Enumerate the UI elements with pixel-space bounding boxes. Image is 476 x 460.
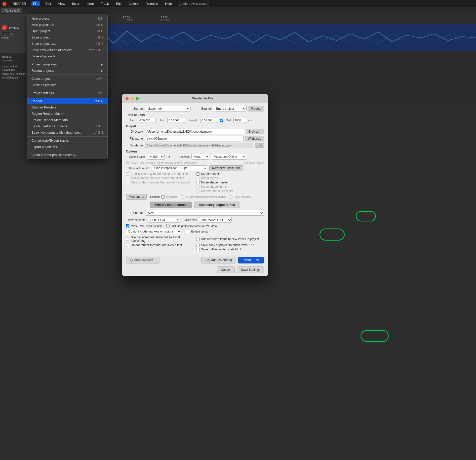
sample-rate-row: Sample rate: 44100 Hz Channel: Mono Full… [126,154,264,160]
embed-metadata-checkbox[interactable] [161,195,165,199]
input-button[interactable]: Input [8,32,15,35]
metadata-button[interactable]: Metadata... [126,194,147,200]
silently-increment-checkbox[interactable] [126,238,129,241]
browse-button[interactable]: Browse... [246,129,264,134]
menu-file[interactable]: File [31,1,40,6]
menu-recent-projects[interactable]: Recent projects [27,67,107,74]
fx-button[interactable]: FX [2,32,7,35]
tail-checkbox[interactable] [220,119,223,122]
do-not-render-silent-checkbox[interactable] [126,244,129,247]
tail-input[interactable] [233,118,246,123]
directory-input[interactable] [145,129,244,134]
menu-window[interactable]: Window [145,1,160,6]
menu-save-new-version[interactable]: Save new version of project ⌥⌃⇧⌘ S [27,47,107,53]
menu-item[interactable]: Item [86,1,95,6]
stretch-markers-checkbox[interactable] [181,195,184,199]
bounds-select[interactable]: Entire project [214,106,247,111]
apple-icon[interactable]: 🍎 [2,1,7,6]
render-file-button[interactable]: Render 1 file [238,257,264,263]
embed-tempo-checkbox[interactable] [186,230,189,233]
menu-edit2[interactable]: Edit [114,1,123,6]
take-markers-checkbox[interactable] [229,195,232,199]
multichannel-checkbox[interactable] [126,177,129,180]
menu-consolidate-export[interactable]: Consolidate/Export tracks... [27,137,107,144]
add-rendered-items-checkbox[interactable] [196,238,200,241]
tracks-mono-label: Tracks with only mono media to mono file… [131,172,188,176]
wav-bit-depth-select[interactable]: 24 bit PCM [148,217,180,223]
include-project-filename-checkbox[interactable] [166,224,170,227]
menu-track[interactable]: Track [99,1,110,6]
menu-region-render-matrix[interactable]: Region Render Matrix [27,110,107,117]
menu-project-templates[interactable]: Project templates [27,61,107,67]
sample-rate-select[interactable]: 44100 [147,154,165,160]
menu-new-project-tab[interactable]: New project tab ⇧⌘ N [27,22,107,28]
menu-save-project[interactable]: Save project ⌘ S [27,34,107,41]
length-input[interactable] [200,118,218,123]
large-files-select[interactable]: Auto WAV/RF64 [199,217,232,223]
render-to-input[interactable] [145,143,253,148]
menu-project-render-metadata[interactable]: Project Render Metadata [27,117,107,123]
dry-run-button[interactable]: Dry Run (no output) [201,257,236,263]
menu-edit[interactable]: Edit [44,1,52,6]
channel-select[interactable]: Mono [191,154,209,160]
write-bwf-checkbox[interactable] [126,224,129,227]
dither-master-row: Dither master [196,172,264,176]
render-stems-prefader-row: Render stems pre-fader [196,189,264,193]
menu-batch-converter[interactable]: Batch File/Item Converter ⇧⌘ F [27,123,107,129]
queued-renders-button[interactable]: Queued Renders... [126,257,160,263]
resample-select[interactable]: Sinc Interpolation: 192pt [152,165,207,171]
start-label: Start: [126,119,136,122]
menu-save-live-output[interactable]: Save live output to disk (bounce)... ⌥⌃⌘… [27,129,107,136]
format-select[interactable]: WAV [145,210,264,216]
menu-export-midi[interactable]: Export project MIDI... [27,144,107,150]
use-project-sample-rate-checkbox[interactable] [126,161,129,164]
menu-render[interactable]: Render... ⌃⇧⌘ R [27,98,107,104]
menu-project-settings[interactable]: Project settings... ⌥↩ [27,90,107,96]
noise-shape-stems-label: Noise shape stems [201,185,227,188]
menu-close-project[interactable]: Close project ⌘ F4 [27,75,107,82]
save-outfile-stats-checkbox[interactable] [196,248,200,251]
save-copy-checkbox[interactable] [196,244,200,247]
menu-open-project[interactable]: Open project... ⌘ O [27,28,107,34]
source-select[interactable]: Master mix [145,106,190,111]
menu-insert[interactable]: Insert [71,1,82,6]
dialog-body: Source: Master mix Bounds: Entire projec… [122,103,268,255]
maximize-window-button[interactable] [136,97,139,100]
save-settings-button[interactable]: Save Settings [237,266,264,273]
source-bounds-row: Source: Master mix Bounds: Entire projec… [126,106,264,111]
menu-clean-project[interactable]: Clean current project directory... [27,152,107,158]
menu-save-project-as[interactable]: Save project as... ⌃⇧⌘ S [27,41,107,47]
markers-select[interactable]: Do not include markers or regions [126,229,181,234]
cancel-button[interactable]: Cancel [217,266,235,273]
menu-reaper[interactable]: REAPER [11,1,27,6]
primary-output-format-button[interactable]: Primary output format [150,202,192,208]
normalize-button[interactable]: Normalize/Limit/Fade [209,165,243,171]
menu-new-project[interactable]: New project ⌘ N [27,15,107,22]
menu-save-all-projects[interactable]: Save all projects [27,53,107,59]
close-window-button[interactable] [126,97,129,100]
unsaved-tab[interactable]: *[Unsaved] [1,8,22,13]
menu-close-all-projects[interactable]: Close all projects [27,82,107,88]
menu-queued-renders[interactable]: Queued Renders [27,104,107,110]
tracks-mono-row: Tracks with only mono media to mono file… [126,172,194,176]
menu-help[interactable]: Help [164,1,173,6]
end-input[interactable] [167,118,185,123]
only-render-channels-checkbox[interactable] [126,181,129,184]
start-input[interactable] [138,118,156,123]
tracks-mono-checkbox[interactable] [126,172,129,176]
bounds-label: Bounds: [195,107,212,110]
filename-input[interactable] [145,136,244,141]
render-mode-select[interactable]: Full-speed Offline [211,154,246,160]
minimize-window-button[interactable] [131,97,134,100]
wildcards-button[interactable]: Wildcards [245,136,264,141]
noise-shape-master-checkbox[interactable] [196,181,200,184]
render-stems-prefader-checkbox[interactable] [196,189,200,193]
noise-shape-stems-checkbox[interactable] [196,185,200,188]
secondary-output-format-button[interactable]: Secondary output format [194,202,241,208]
dither-stems-checkbox[interactable] [196,177,200,180]
presets-button[interactable]: Presets [248,106,264,111]
menu-actions[interactable]: Actions [127,1,141,6]
save-copy-label: Save copy of project to outfile.wav.RPP [201,243,254,247]
dither-master-checkbox[interactable] [196,172,200,176]
menu-view[interactable]: View [57,1,67,6]
